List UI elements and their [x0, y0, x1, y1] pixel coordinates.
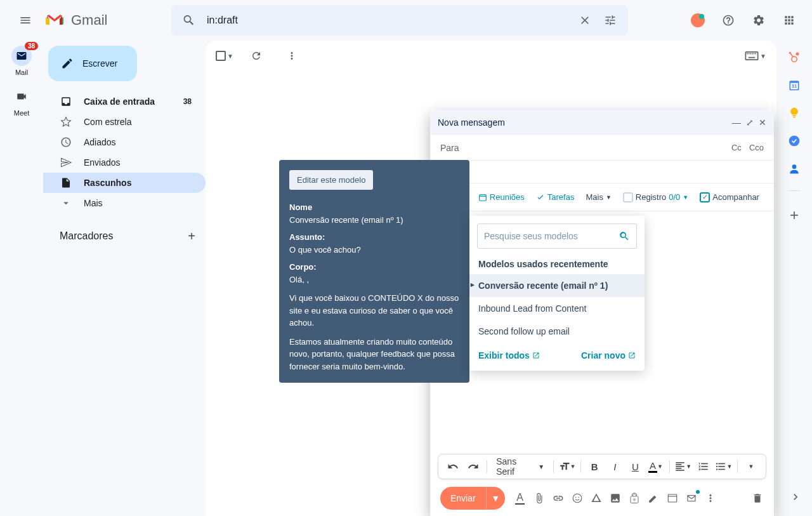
hs-tasks[interactable]: Tarefas	[536, 192, 575, 202]
compose-button[interactable]: Escrever	[48, 46, 137, 81]
confidential-button[interactable]	[628, 492, 641, 505]
bold-button[interactable]: B	[585, 456, 604, 477]
font-size-button[interactable]: ▼	[558, 456, 577, 477]
hs-insert-button[interactable]	[666, 492, 679, 505]
edit-template-button[interactable]: Editar este modelo	[289, 170, 373, 190]
sidebar-item-snoozed[interactable]: Adiados	[43, 132, 206, 152]
sidebar-item-starred[interactable]: Com estrela	[43, 112, 206, 132]
template-search[interactable]	[477, 223, 637, 249]
svg-rect-4	[747, 53, 748, 55]
template-preview-tooltip: Editar este modelo Nome Conversão recent…	[279, 160, 469, 383]
settings-button[interactable]	[746, 8, 771, 33]
link-button[interactable]	[552, 492, 565, 505]
select-all-checkbox[interactable]: ▼	[216, 51, 233, 61]
drive-button[interactable]	[590, 492, 603, 505]
refresh-button[interactable]	[244, 43, 269, 69]
inbox-count: 38	[183, 97, 192, 106]
sidebar-item-label: Mais	[84, 198, 103, 208]
template-section-title: Modelos usados recentemente	[469, 256, 645, 274]
format-toggle-button[interactable]: A	[514, 492, 527, 505]
expand-side-panel[interactable]	[789, 491, 802, 506]
external-icon	[532, 352, 540, 359]
create-new-template[interactable]: Criar novo	[581, 350, 636, 361]
hubspot-status-icon[interactable]	[685, 8, 710, 33]
emoji-icon	[572, 493, 583, 504]
underline-button[interactable]: U	[625, 456, 645, 477]
send-options-button[interactable]: ▼	[486, 487, 505, 510]
send-button[interactable]: Enviar ▼	[440, 487, 505, 510]
compose-more-button[interactable]	[704, 492, 717, 505]
clear-search-button[interactable]	[572, 8, 598, 33]
search-bar[interactable]	[171, 5, 628, 36]
rail-meet[interactable]: Meet	[11, 86, 32, 117]
close-icon	[579, 14, 591, 27]
search-icon	[619, 230, 630, 242]
expand-button[interactable]: ⤢	[746, 117, 754, 128]
subject-field[interactable]	[430, 161, 774, 183]
drive-icon	[591, 493, 602, 504]
template-item-2[interactable]: Second follow up email	[469, 320, 645, 343]
compose-header[interactable]: Nova mensagem — ⤢ ✕	[430, 110, 774, 135]
svg-text:31: 31	[792, 83, 797, 89]
input-tools-button[interactable]: ▼	[745, 51, 766, 60]
minimize-button[interactable]: —	[732, 117, 741, 128]
add-sidebar-button[interactable]: +	[790, 206, 799, 224]
attach-icon	[534, 493, 545, 504]
attach-button[interactable]	[533, 492, 546, 505]
hs-more[interactable]: Mais▼	[586, 192, 611, 202]
sidebar-item-inbox[interactable]: Caixa de entrada 38	[43, 91, 206, 112]
more-format-button[interactable]: ▼	[742, 456, 761, 477]
sidebar-item-more[interactable]: Mais	[43, 193, 206, 213]
external-icon	[628, 352, 636, 359]
font-select[interactable]: Sans Serif▼	[491, 456, 549, 477]
hs-track[interactable]: ✓Acompanhar	[700, 192, 759, 202]
contacts-sidebar-button[interactable]	[788, 162, 801, 175]
rail-mail[interactable]: 38 Mail	[11, 46, 32, 76]
to-field[interactable]: Para Cc Cco	[430, 135, 774, 161]
check-icon	[536, 193, 545, 202]
template-item-1[interactable]: Inbound Lead from Content	[469, 297, 645, 320]
discard-draft-button[interactable]	[751, 492, 764, 505]
format-toolbar: Sans Serif▼ ▼ B I U A▼ ▼ ▼ ▼	[438, 454, 766, 479]
svg-rect-5	[749, 53, 750, 55]
signature-button[interactable]	[647, 492, 660, 505]
emoji-button[interactable]	[571, 492, 584, 505]
gmail-logo[interactable]: Gmail	[46, 12, 147, 29]
template-item-0[interactable]: Conversão recente (email nº 1)	[469, 274, 645, 297]
hs-snippet-button[interactable]	[685, 492, 698, 505]
sidebar-item-label: Adiados	[84, 137, 116, 147]
numbered-list-button[interactable]	[694, 456, 713, 477]
add-label-button[interactable]: +	[188, 229, 195, 244]
search-button[interactable]	[176, 8, 202, 33]
search-input[interactable]	[202, 15, 572, 26]
hubspot-sidebar-button[interactable]	[788, 51, 801, 63]
keep-sidebar-button[interactable]	[788, 107, 801, 119]
hs-log[interactable]: Registro 0/0▼	[623, 192, 688, 202]
close-compose-button[interactable]: ✕	[759, 117, 766, 128]
undo-button[interactable]	[443, 456, 462, 477]
sidebar-item-drafts[interactable]: Rascunhos	[43, 173, 206, 193]
cc-button[interactable]: Cc	[731, 143, 742, 152]
bullet-list-button[interactable]: ▼	[714, 456, 733, 477]
pencil-icon	[61, 57, 74, 70]
svg-point-18	[789, 136, 800, 147]
bcc-button[interactable]: Cco	[749, 143, 764, 152]
main-menu-button[interactable]	[10, 5, 41, 36]
calendar-sidebar-button[interactable]: 31	[788, 79, 801, 91]
more-button[interactable]	[279, 43, 304, 69]
text-color-button[interactable]: A▼	[646, 456, 665, 477]
tasks-sidebar-button[interactable]	[788, 135, 801, 147]
template-search-input[interactable]	[484, 231, 619, 241]
sidebar-item-sent[interactable]: Enviados	[43, 152, 206, 173]
image-button[interactable]	[609, 492, 622, 505]
hs-meetings[interactable]: Reuniões	[478, 192, 525, 202]
italic-button[interactable]: I	[605, 456, 624, 477]
align-button[interactable]: ▼	[674, 456, 693, 477]
more-vert-icon	[705, 493, 716, 504]
view-all-templates[interactable]: Exibir todos	[478, 350, 540, 361]
support-button[interactable]	[716, 8, 741, 33]
search-options-button[interactable]	[598, 8, 623, 33]
apps-button[interactable]	[776, 8, 802, 33]
svg-point-24	[575, 497, 577, 498]
redo-button[interactable]	[464, 456, 483, 477]
